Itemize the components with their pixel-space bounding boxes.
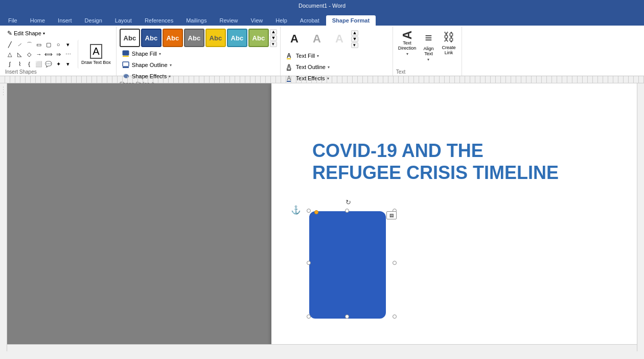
shape-line2-icon[interactable]: ⟋ — [15, 40, 24, 49]
style-sample-7[interactable]: Abc — [248, 29, 269, 47]
layout-options-icon[interactable]: ▤ — [386, 211, 397, 219]
blue-rectangle-shape[interactable] — [309, 211, 386, 319]
svg-rect-0 — [123, 51, 129, 55]
tab-help[interactable]: Help — [269, 15, 293, 26]
scrollbar-horizontal[interactable] — [7, 344, 637, 351]
shape-callout-icon[interactable]: 💬 — [44, 59, 53, 69]
handle-bottom-left[interactable] — [307, 315, 311, 319]
wordart-scroll-up[interactable]: ▲ — [351, 30, 358, 36]
wordart-sample-1[interactable]: A — [284, 29, 305, 49]
tab-layout[interactable]: Layout — [109, 15, 138, 26]
svg-text:A: A — [287, 63, 291, 71]
shape-rtriangle-icon[interactable]: ◺ — [15, 50, 24, 59]
wordart-scroll-down[interactable]: ▼ — [351, 36, 358, 42]
title-bar-title: Document1 - Word — [4, 3, 640, 9]
shape-flow-icon[interactable]: ⬜ — [34, 59, 43, 69]
svg-rect-3 — [123, 67, 129, 68]
handle-top-left[interactable] — [307, 209, 311, 213]
svg-rect-7 — [287, 58, 291, 59]
handle-yellow-adjust[interactable] — [314, 210, 318, 214]
tab-view[interactable]: View — [245, 15, 269, 26]
shape-arrow-icon[interactable]: → — [34, 50, 43, 59]
draw-textbox-icon: A — [90, 44, 102, 59]
handle-bottom-middle[interactable] — [345, 315, 349, 319]
style-sample-4[interactable]: Abc — [184, 29, 204, 47]
shapes-icons-grid: ╱ ⟋ ⌒ ▭ ▢ ○ ▾ △ ◺ ◇ → ⟺ ⇒ ⋯ — [5, 40, 77, 69]
shape-freeform-icon[interactable]: ⌇ — [15, 59, 24, 69]
edit-shape-button[interactable]: ✎ Edit Shape ▾ — [5, 29, 47, 38]
shape-more3-icon[interactable]: ▾ — [63, 59, 73, 69]
style-sample-6[interactable]: Abc — [227, 29, 247, 47]
shape-triangle-icon[interactable]: △ — [5, 50, 14, 59]
text-outline-label: Text Outline — [296, 64, 326, 70]
style-scroll-down[interactable]: ▼ — [270, 35, 277, 41]
wordart-scroll-controls: ▲ ▼ ▾ — [351, 30, 358, 48]
tab-review[interactable]: Review — [214, 15, 244, 26]
handle-middle-right[interactable] — [393, 261, 397, 265]
document-title: COVID-19 AND THE REFUGEE CRISIS TIMELINE — [312, 140, 629, 184]
align-text-label: AlignText — [423, 46, 433, 56]
tab-references[interactable]: References — [139, 15, 179, 26]
wordart-scroll-more[interactable]: ▾ — [351, 42, 358, 48]
wordart-sample-2[interactable]: A — [306, 29, 328, 49]
style-sample-1[interactable]: Abc — [120, 29, 140, 47]
rotate-handle[interactable]: ↻ — [344, 198, 352, 206]
shape-line-icon[interactable]: ╱ — [5, 40, 14, 49]
title-line1: COVID-19 AND THE — [312, 140, 484, 161]
horizontal-ruler — [0, 76, 644, 83]
edit-shape-icon: ✎ — [7, 30, 12, 37]
shape-outline-button[interactable]: Shape Outline ▾ — [120, 60, 174, 70]
ribbon-groups: ✎ Edit Shape ▾ ╱ ⟋ ⌒ ▭ ▢ ○ ▾ — [0, 26, 644, 76]
shape-arc-icon[interactable]: ⌒ — [25, 40, 34, 49]
create-link-label: CreateLink — [442, 45, 455, 55]
styles-gallery-row: Abc Abc Abc Abc Abc — [120, 29, 277, 47]
edit-shape-dropdown: ▾ — [43, 31, 45, 36]
text-fill-button[interactable]: A Text Fill ▾ — [284, 51, 332, 61]
tab-design[interactable]: Design — [79, 15, 108, 26]
tab-file[interactable]: File — [2, 15, 24, 26]
tab-insert[interactable]: Insert — [52, 15, 78, 26]
shape-rounded-rect-icon[interactable]: ▢ — [44, 40, 53, 49]
wordart-gallery-row: A A A ▲ ▼ ▾ — [284, 29, 358, 49]
text-outline-button[interactable]: A Text Outline ▾ — [284, 62, 332, 72]
wordart-styles-content: A A A ▲ ▼ ▾ A Text Fill ▾ — [284, 29, 389, 83]
selected-shape-container[interactable]: ⚓ ↻ ▤ — [303, 206, 400, 319]
shape-more2-icon[interactable]: ⋯ — [63, 50, 73, 59]
shape-more-icon[interactable]: ▾ — [63, 40, 73, 49]
shape-block-arrow-icon[interactable]: ⇒ — [54, 50, 63, 59]
edit-shape-label: Edit Shape — [14, 30, 41, 36]
handle-bottom-right[interactable] — [393, 315, 397, 319]
shape-diamond-icon[interactable]: ◇ — [25, 50, 34, 59]
svg-rect-1 — [123, 56, 129, 57]
shape-ellipse-icon[interactable]: ○ — [54, 40, 63, 49]
tab-shape-format[interactable]: Shape Format — [326, 15, 376, 26]
style-sample-3[interactable]: Abc — [163, 29, 183, 47]
group-insert-shapes: ✎ Edit Shape ▾ ╱ ⟋ ⌒ ▭ ▢ ○ ▾ — [2, 27, 117, 76]
document-area: COVID-19 AND THE REFUGEE CRISIS TIMELINE… — [7, 83, 644, 351]
edit-shape-row: ✎ Edit Shape ▾ — [5, 29, 47, 38]
shape-fill-button[interactable]: Shape Fill ▾ — [120, 49, 174, 59]
scrollbar-vertical[interactable] — [637, 83, 644, 351]
text-direction-button[interactable]: A TextDirection ▾ — [396, 29, 419, 58]
left-toolbar: · · · · — [0, 83, 7, 351]
align-text-button[interactable]: ≡ AlignText ▾ — [420, 29, 436, 64]
handle-middle-left[interactable] — [307, 261, 311, 265]
wordart-sample-3[interactable]: A — [329, 29, 350, 49]
shape-brace-icon[interactable]: { — [25, 59, 34, 69]
handle-top-middle[interactable] — [345, 209, 349, 213]
create-link-button[interactable]: ⛓ CreateLink — [439, 29, 458, 57]
text-fill-label: Text Fill — [296, 53, 315, 59]
align-text-dropdown: ▾ — [427, 57, 429, 62]
draw-textbox-button[interactable]: A Draw Text Box — [78, 40, 113, 69]
style-sample-5[interactable]: Abc — [205, 29, 226, 47]
style-sample-2[interactable]: Abc — [141, 29, 162, 47]
tab-home[interactable]: Home — [24, 15, 51, 26]
tab-acrobat[interactable]: Acrobat — [294, 15, 326, 26]
shape-curve-icon[interactable]: ∫ — [5, 59, 14, 69]
shape-doublearrow-icon[interactable]: ⟺ — [44, 50, 53, 59]
tab-mailings[interactable]: Mailings — [180, 15, 213, 26]
style-scroll-up[interactable]: ▲ — [270, 29, 277, 35]
style-scroll-more[interactable]: ▾ — [270, 41, 277, 47]
shape-rect-icon[interactable]: ▭ — [34, 40, 43, 49]
shape-star-icon[interactable]: ✦ — [54, 59, 63, 69]
